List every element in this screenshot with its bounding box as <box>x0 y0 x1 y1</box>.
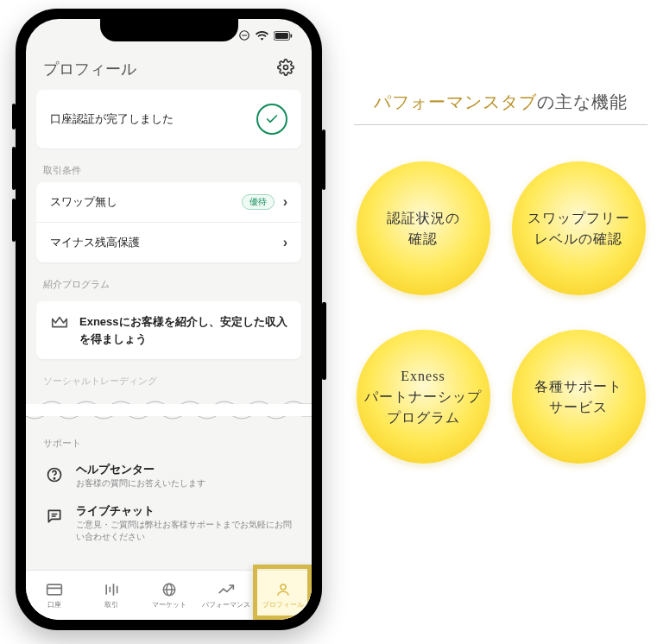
verification-message: 口座認証が完了しました <box>50 111 174 127</box>
feature-circle-support: 各種サポート サービス <box>512 330 646 464</box>
list-item-label: マイナス残高保護 <box>50 235 140 250</box>
wifi-icon <box>256 30 268 41</box>
phone-silent-switch <box>12 104 16 129</box>
help-center-row[interactable]: ヘルプセンター お客様の質問にお答えいたします <box>26 455 312 496</box>
chevron-right-icon: › <box>283 235 287 250</box>
negative-balance-row[interactable]: マイナス残高保護 › <box>36 223 301 262</box>
referral-promo-card[interactable]: Exnessにお客様を紹介し、安定した収入を得ましょう <box>36 301 301 359</box>
check-icon <box>256 104 287 135</box>
dnd-icon <box>238 29 250 41</box>
notch <box>100 19 238 41</box>
feature-circles: 認証状況の 確認 スワップフリー レベルの確認 Exness パートナーシップ … <box>354 161 647 464</box>
support-item-title: ヘルプセンター <box>76 462 205 477</box>
features-title-rest: の主な機能 <box>537 92 628 111</box>
support-item-sub: ご意見・ご質問は弊社お客様サポートまでお気軽にお問い合わせください <box>76 519 294 543</box>
section-social-trading-label: ソーシャルトレーディング <box>26 359 312 393</box>
support-section: サポート ヘルプセンター お客様の質問にお答えいたします ライブチャット ご意見… <box>26 432 312 550</box>
section-support-label: サポート <box>26 432 312 455</box>
svg-point-8 <box>54 478 54 479</box>
features-title: パフォーマンスタブの主な機能 <box>354 91 647 125</box>
tab-market[interactable]: マーケット <box>140 571 197 620</box>
svg-rect-4 <box>290 34 292 37</box>
svg-point-5 <box>284 66 288 70</box>
feature-circle-swapfree: スワップフリー レベルの確認 <box>512 161 646 295</box>
section-trading-conditions-label: 取引条件 <box>26 148 312 182</box>
battery-icon <box>274 31 293 41</box>
features-panel: パフォーマンスタブの主な機能 認証状況の 確認 スワップフリー レベルの確認 E… <box>354 91 647 464</box>
feature-circle-verification: 認証状況の 確認 <box>357 161 490 295</box>
svg-rect-11 <box>47 584 62 595</box>
header: プロフィール <box>26 47 312 90</box>
tab-profile[interactable]: プロフィール <box>255 571 312 620</box>
tab-label: 取引 <box>104 600 118 609</box>
tab-label: プロフィール <box>262 600 304 609</box>
phone-power-button <box>322 129 325 190</box>
feature-circle-partnership: Exness パートナーシップ プログラム <box>357 330 490 464</box>
phone-volume-down <box>12 199 16 242</box>
wallet-icon <box>46 582 63 597</box>
section-referral-label: 紹介プログラム <box>26 262 312 296</box>
referral-promo-text: Exnessにお客様を紹介し、安定した収入を得ましょう <box>79 313 287 347</box>
live-chat-row[interactable]: ライブチャット ご意見・ご質問は弊社お客様サポートまでお気軽にお問い合わせくださ… <box>26 496 312 550</box>
tab-trade[interactable]: 取引 <box>83 571 140 620</box>
screen: プロフィール 口座認証が完了しました 取引条件 スワップ無し 優待 › マ <box>26 19 312 620</box>
support-item-sub: お客様の質問にお答えいたします <box>76 477 205 489</box>
verification-card[interactable]: 口座認証が完了しました <box>36 90 301 148</box>
tab-accounts[interactable]: 口座 <box>26 571 83 620</box>
help-icon <box>43 464 66 486</box>
tab-label: マーケット <box>152 600 186 609</box>
candlestick-icon <box>103 582 120 597</box>
tab-bar: 口座 取引 マーケット パフォーマンス <box>26 570 312 620</box>
svg-point-20 <box>281 584 286 590</box>
tab-performance[interactable]: パフォーマンス <box>198 571 255 620</box>
svg-rect-6 <box>26 404 312 416</box>
chevron-right-icon: › <box>283 194 287 210</box>
trading-conditions-list: スワップ無し 優待 › マイナス残高保護 › <box>36 182 301 262</box>
phone-volume-up <box>12 147 16 190</box>
svg-rect-3 <box>275 33 288 39</box>
profile-icon <box>275 582 292 597</box>
phone-side-accent <box>322 302 326 380</box>
tab-label: パフォーマンス <box>202 600 250 609</box>
chat-icon <box>43 505 66 527</box>
page-title: プロフィール <box>43 59 136 79</box>
list-item-label: スワップ無し <box>50 194 117 210</box>
content-break <box>26 399 312 421</box>
features-title-accent: パフォーマンスタブ <box>374 92 537 111</box>
phone-frame: プロフィール 口座認証が完了しました 取引条件 スワップ無し 優待 › マ <box>16 9 322 630</box>
tab-label: 口座 <box>47 600 61 609</box>
gear-icon[interactable] <box>277 59 294 79</box>
crown-icon <box>50 313 69 336</box>
trend-icon <box>218 582 235 597</box>
privilege-badge: 優待 <box>242 194 275 210</box>
support-item-title: ライブチャット <box>76 503 294 519</box>
swap-free-row[interactable]: スワップ無し 優待 › <box>36 182 301 223</box>
globe-icon <box>161 582 178 597</box>
